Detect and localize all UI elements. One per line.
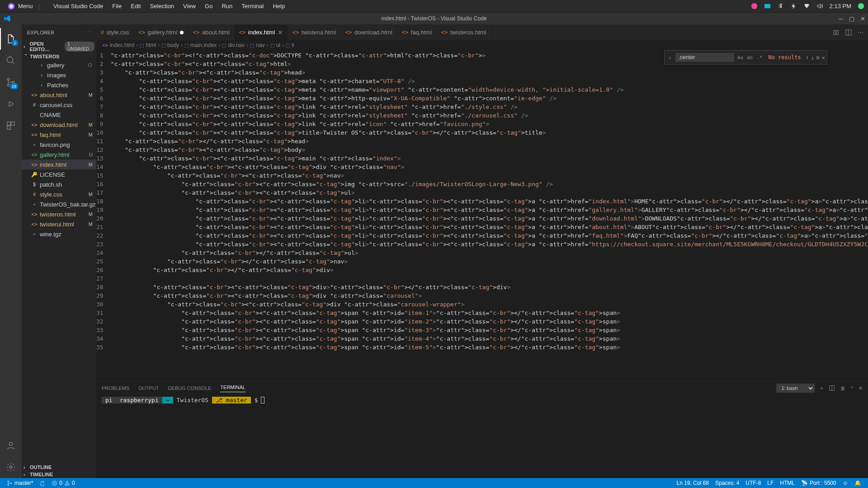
status-cursor[interactable]: Ln 19, Col 68	[674, 480, 712, 486]
breadcrumb-segment[interactable]: main.index	[190, 42, 217, 48]
menu-terminal[interactable]: Terminal	[237, 3, 268, 9]
volume-icon[interactable]	[816, 3, 823, 9]
menu-file[interactable]: File	[108, 3, 126, 9]
breadcrumb[interactable]: <> index.html›⬚ html›⬚ body›⬚ main.index…	[96, 40, 868, 50]
status-feedback[interactable]: ☺	[840, 480, 851, 486]
more-icon[interactable]: ⋯	[858, 29, 863, 36]
file-item-twisterui-html[interactable]: <>twisterui.htmlM	[22, 219, 96, 229]
power-icon[interactable]	[790, 3, 797, 9]
file-item-wine-tgz[interactable]: ▫wine.tgz	[22, 229, 96, 239]
terminal-maximize-icon[interactable]: ^	[851, 385, 853, 391]
file-item-faq-html[interactable]: <>faq.htmlM	[22, 130, 96, 140]
activity-extensions[interactable]	[0, 115, 22, 136]
panel-tab-problems[interactable]: PROBLEMS	[102, 385, 129, 391]
find-close-icon[interactable]: ✕	[821, 53, 825, 62]
file-item-twisteros-html[interactable]: <>twisteros.htmlM	[22, 209, 96, 219]
terminal-close-icon[interactable]: ✕	[859, 385, 863, 391]
activity-settings[interactable]	[0, 456, 22, 478]
menu-selection[interactable]: Selection	[146, 3, 179, 9]
close-icon[interactable]: ✕	[278, 29, 283, 36]
outline-section[interactable]: › OUTLINE	[22, 464, 96, 471]
find-selection-icon[interactable]: ≡	[816, 53, 820, 62]
file-item-index-html[interactable]: <>index.htmlM	[22, 160, 96, 169]
match-case-icon[interactable]: Aa	[736, 52, 745, 63]
file-item-about-html[interactable]: <>about.htmlM	[22, 90, 96, 100]
tab-gallery-html[interactable]: <>gallery.html	[134, 24, 189, 40]
file-item-images[interactable]: ›images	[22, 70, 96, 80]
file-item-gallery[interactable]: ›gallery	[22, 60, 96, 70]
terminal-split-icon[interactable]	[829, 385, 835, 391]
find-toggle-icon[interactable]: ›	[666, 53, 674, 62]
status-lang[interactable]: HTML	[777, 480, 798, 486]
status-spaces[interactable]: Spaces: 4	[712, 480, 742, 486]
status-branch[interactable]: master*	[4, 480, 36, 486]
tray-display-icon[interactable]	[764, 3, 771, 9]
activity-debug[interactable]	[0, 93, 22, 115]
menu-help[interactable]: Help	[268, 3, 289, 9]
tab-twisterui-html[interactable]: <>twisterui.html	[288, 24, 341, 40]
menu-go[interactable]: Go	[200, 3, 217, 9]
bluetooth-icon[interactable]	[777, 3, 784, 9]
open-editors-section[interactable]: › OPEN EDITO… 1 UNSAVED	[22, 40, 96, 53]
breadcrumb-segment[interactable]: index.html	[110, 42, 135, 48]
close-button[interactable]: ✕	[857, 13, 868, 24]
status-port[interactable]: 📡 Port : 5500	[798, 480, 840, 486]
file-item-patch-sh[interactable]: $patch.sh	[22, 179, 96, 189]
breadcrumb-segment[interactable]: div.nav	[228, 42, 245, 48]
tray-app-icon[interactable]	[751, 3, 758, 9]
status-errors[interactable]: 0 0	[48, 480, 78, 486]
maximize-button[interactable]: ▢	[846, 13, 857, 24]
breadcrumb-segment[interactable]: body	[167, 42, 179, 48]
menu-app[interactable]: Visual Studio Code	[49, 3, 108, 9]
status-eol[interactable]: LF	[764, 480, 777, 486]
menu-view[interactable]: View	[179, 3, 200, 9]
file-item-favicon-png[interactable]: ▫favicon.png	[22, 140, 96, 150]
status-sync[interactable]	[36, 480, 48, 486]
regex-icon[interactable]: .*	[755, 52, 764, 63]
activity-explorer[interactable]: 1	[0, 28, 22, 50]
status-encoding[interactable]: UTF-8	[742, 480, 764, 486]
breadcrumb-segment[interactable]: ul	[276, 42, 280, 48]
file-item-TwisterOS_bak-tar-gz[interactable]: ▫TwisterOS_bak.tar.gz	[22, 199, 96, 209]
find-next-icon[interactable]: ↓	[811, 53, 815, 62]
status-bell[interactable]: 🔔	[851, 480, 864, 486]
file-item-download-html[interactable]: <>download.htmlM	[22, 120, 96, 130]
panel-tab-terminal[interactable]: TERMINAL	[220, 385, 245, 392]
timeline-section[interactable]: › TIMELINE	[22, 471, 96, 478]
tab-about-html[interactable]: <>about.html	[189, 24, 235, 40]
terminal-new-icon[interactable]: +	[820, 385, 823, 391]
wifi-icon[interactable]	[803, 3, 810, 9]
find-prev-icon[interactable]: ↑	[806, 53, 809, 62]
folder-section[interactable]: › TWISTEROS	[22, 53, 96, 60]
breadcrumb-segment[interactable]: nav	[256, 42, 264, 48]
menu-run[interactable]: Run	[217, 3, 237, 9]
find-input[interactable]	[675, 53, 734, 62]
terminal[interactable]: pi raspberrypi ~ TwisterOS ⎇ master $	[96, 395, 868, 478]
terminal-kill-icon[interactable]: 🗑	[840, 385, 845, 391]
activity-scm[interactable]: 19	[0, 71, 22, 93]
file-item-gallery-html[interactable]: <>gallery.htmlU	[22, 150, 96, 160]
panel-tab-debug[interactable]: DEBUG CONSOLE	[168, 385, 211, 391]
sidebar-more-icon[interactable]: ⋯	[86, 29, 91, 35]
code-content[interactable]: "c-attr">class="c-br"><!"c-attr">class="…	[111, 50, 868, 381]
system-menu-button[interactable]: Menu	[4, 2, 37, 10]
terminal-select[interactable]: 1: bash	[776, 384, 815, 393]
match-word-icon[interactable]: ab	[745, 52, 754, 63]
activity-accounts[interactable]	[0, 435, 22, 456]
clock[interactable]: 2:13 PM	[830, 3, 851, 9]
file-item-Patches[interactable]: ›Patches	[22, 80, 96, 90]
editor[interactable]: 1234567891011121314151617181920212223242…	[96, 50, 868, 381]
tab-twisteros-html[interactable]: <>twisteros.html	[437, 24, 491, 40]
session-icon[interactable]	[858, 3, 864, 9]
file-item-CNAME[interactable]: CNAME	[22, 110, 96, 120]
split-icon[interactable]	[845, 29, 852, 36]
minimize-button[interactable]: ─	[835, 13, 846, 24]
panel-tab-output[interactable]: OUTPUT	[138, 385, 159, 391]
file-item-carousel-css[interactable]: #carousel.css	[22, 100, 96, 110]
tab-download-html[interactable]: <>download.html	[341, 24, 397, 40]
file-item-style-css[interactable]: #style.cssM	[22, 189, 96, 199]
tab-faq-html[interactable]: <>faq.html	[397, 24, 437, 40]
file-item-LICENSE[interactable]: 🔑LICENSE	[22, 169, 96, 179]
activity-search[interactable]	[0, 50, 22, 71]
breadcrumb-segment[interactable]: html	[146, 42, 156, 48]
